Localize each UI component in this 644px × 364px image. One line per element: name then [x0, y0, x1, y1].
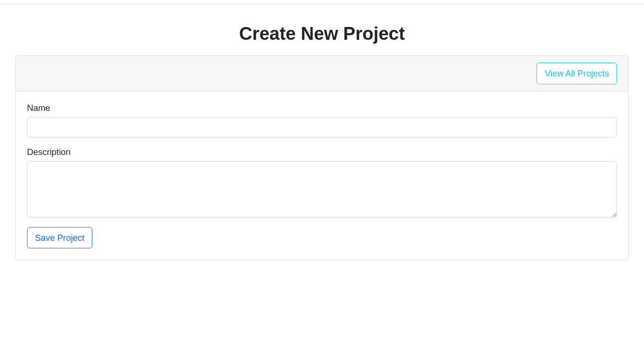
- description-input[interactable]: [27, 161, 617, 218]
- name-field-group: Name: [27, 103, 617, 137]
- project-form-card: View All Projects Name Description Save …: [15, 55, 629, 260]
- main-container: Create New Project View All Projects Nam…: [9, 23, 635, 260]
- description-field-group: Description: [27, 147, 617, 218]
- view-all-projects-button[interactable]: View All Projects: [537, 63, 617, 84]
- card-body: Name Description Save Project: [16, 91, 628, 260]
- card-header: View All Projects: [16, 56, 628, 91]
- name-input[interactable]: [27, 117, 617, 137]
- name-label: Name: [27, 103, 617, 113]
- create-project-form: Name Description Save Project: [27, 103, 617, 249]
- page-title: Create New Project: [15, 23, 629, 44]
- save-project-button[interactable]: Save Project: [27, 227, 92, 249]
- top-divider: [0, 4, 644, 4]
- description-label: Description: [27, 147, 617, 157]
